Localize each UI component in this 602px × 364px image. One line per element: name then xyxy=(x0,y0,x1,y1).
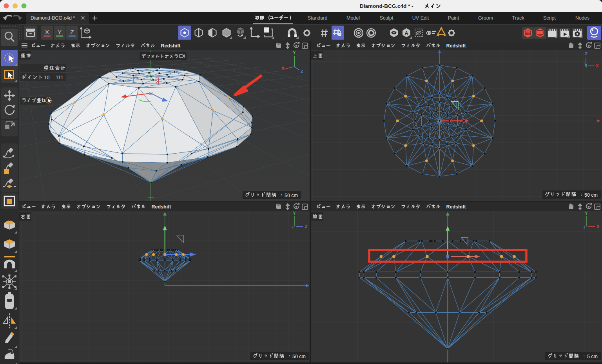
svg-text:X: X xyxy=(596,63,599,68)
svg-text:Redshift: Redshift xyxy=(152,204,172,210)
svg-text:Y: Y xyxy=(293,211,296,216)
svg-text:Diamond-BCG.c4d *: Diamond-BCG.c4d * xyxy=(31,15,75,21)
svg-text:X: X xyxy=(597,224,600,229)
svg-text:5 cm: 5 cm xyxy=(587,354,598,359)
svg-text:UV Edit: UV Edit xyxy=(412,15,429,21)
svg-text:Z: Z xyxy=(305,224,308,229)
svg-text:Z: Z xyxy=(585,51,587,56)
svg-text:x: x xyxy=(291,225,293,229)
svg-text:Script: Script xyxy=(543,15,556,21)
svg-text:z: z xyxy=(584,225,586,229)
svg-text:Redshift: Redshift xyxy=(161,43,181,49)
svg-text:X: X xyxy=(281,66,285,71)
svg-text:Model: Model xyxy=(346,15,360,21)
svg-text:Redshift: Redshift xyxy=(446,204,466,210)
svg-text:10: 10 xyxy=(44,74,49,80)
svg-text:Standard: Standard xyxy=(308,15,328,21)
svg-text:Sculpt: Sculpt xyxy=(380,15,393,21)
svg-text:Y: Y xyxy=(585,211,588,216)
svg-text:Diamond-BCG.c4d * -: Diamond-BCG.c4d * - xyxy=(360,3,413,9)
svg-text:Y: Y xyxy=(293,50,296,55)
svg-text:X: X xyxy=(45,29,49,35)
svg-text:Z: Z xyxy=(301,69,303,74)
svg-text:Redshift: Redshift xyxy=(446,43,466,49)
svg-text:111: 111 xyxy=(56,74,63,80)
svg-text:Z: Z xyxy=(70,29,74,35)
svg-text:50 cm: 50 cm xyxy=(584,192,598,198)
svg-text:Y: Y xyxy=(58,29,62,35)
svg-text:Paint: Paint xyxy=(448,15,459,21)
svg-text:Groom: Groom xyxy=(478,15,493,21)
svg-text:RV: RV xyxy=(526,32,531,35)
svg-text:Track: Track xyxy=(512,15,525,21)
svg-text:A: A xyxy=(404,30,408,36)
svg-text:Nodes: Nodes xyxy=(575,15,589,21)
svg-text:50 cm: 50 cm xyxy=(285,193,298,198)
svg-text:Y: Y xyxy=(585,65,587,69)
svg-text:50 cm: 50 cm xyxy=(292,354,306,359)
